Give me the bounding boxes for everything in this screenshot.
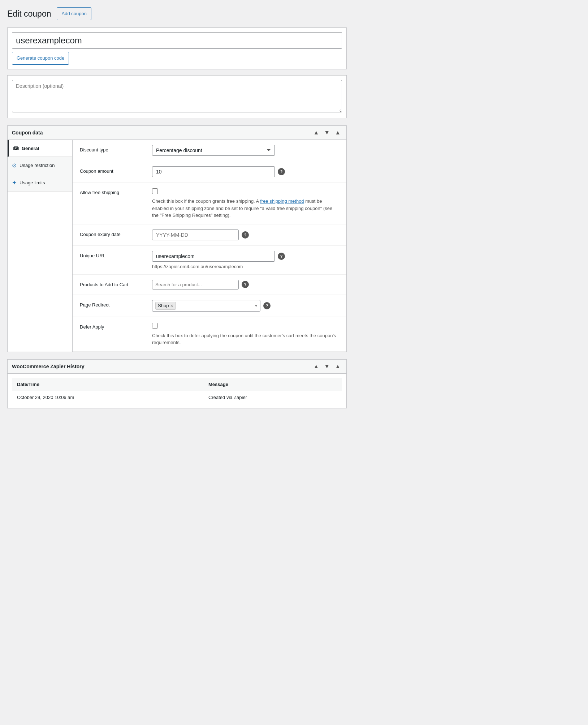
products-to-add-help-icon[interactable]: ?: [242, 281, 249, 288]
tab-general-label: General: [22, 146, 39, 151]
panel-move-down-button[interactable]: ▼: [323, 129, 331, 137]
zapier-history-panel-header: WooCommerce Zapier History ▲ ▼ ▲: [8, 360, 346, 374]
history-col-datetime: Date/Time: [12, 378, 203, 391]
panel-move-up-button[interactable]: ▲: [312, 129, 320, 137]
add-coupon-button[interactable]: Add coupon: [57, 7, 91, 20]
history-table-header-row: Date/Time Message: [12, 378, 342, 391]
allow-free-shipping-input-row: [152, 188, 339, 194]
discount-type-select[interactable]: Percentage discount Fixed cart discount …: [152, 145, 275, 156]
field-row-products-to-add: Products to Add to Cart ?: [73, 275, 346, 295]
history-row-message: Created via Zapier: [203, 391, 342, 404]
field-row-allow-free-shipping: Allow free shipping Check this box if th…: [73, 183, 346, 224]
coupon-amount-help-icon[interactable]: ?: [278, 168, 285, 175]
coupon-code-section: Generate coupon code: [7, 27, 347, 69]
generate-coupon-code-button[interactable]: Generate coupon code: [12, 52, 69, 65]
coupon-amount-input-row: ?: [152, 166, 339, 177]
page-redirect-selected-tag: Shop ×: [155, 302, 176, 310]
unique-url-content: ? https://zapier.om4.com.au/userexamplec…: [152, 251, 339, 269]
panel-collapse-button[interactable]: ▲: [333, 129, 342, 137]
page-redirect-select2[interactable]: Shop × ▾: [152, 300, 260, 312]
description-section: [7, 75, 347, 118]
allow-free-shipping-label: Allow free shipping: [80, 188, 152, 195]
description-textarea[interactable]: [12, 80, 342, 112]
history-col-message: Message: [203, 378, 342, 391]
tab-usage-restriction-label: Usage restriction: [20, 163, 55, 168]
free-shipping-desc-before: Check this box if the coupon grants free…: [152, 198, 260, 204]
zapier-history-table-container: Date/Time Message October 29, 2020 10:06…: [8, 374, 346, 408]
products-to-add-content: ?: [152, 280, 339, 289]
coupon-expiry-date-input-row: ?: [152, 229, 339, 240]
page-redirect-help-icon[interactable]: ?: [263, 302, 271, 309]
coupon-data-body: 🎟 General ⊘ Usage restriction ✦ Usage li…: [8, 140, 346, 352]
history-table-head: Date/Time Message: [12, 378, 342, 391]
history-row-datetime: October 29, 2020 10:06 am: [12, 391, 203, 404]
coupon-data-panel: Coupon data ▲ ▼ ▲ 🎟 General ⊘ Usage rest…: [7, 125, 347, 352]
field-row-discount-type: Discount type Percentage discount Fixed …: [73, 140, 346, 161]
history-table-body: October 29, 2020 10:06 am Created via Za…: [12, 391, 342, 404]
field-row-defer-apply: Defer Apply Check this box to defer appl…: [73, 317, 346, 352]
defer-apply-content: Check this box to defer applying the cou…: [152, 322, 339, 346]
page-header: Edit coupon Add coupon: [7, 7, 347, 20]
defer-apply-description: Check this box to defer applying the cou…: [152, 332, 339, 346]
defer-apply-checkbox[interactable]: [152, 323, 158, 329]
products-search-input[interactable]: [152, 280, 239, 289]
usage-limits-tab-icon: ✦: [12, 179, 17, 186]
page-redirect-content: Shop × ▾ ?: [152, 300, 339, 312]
table-row: October 29, 2020 10:06 am Created via Za…: [12, 391, 342, 404]
page-redirect-input-row: Shop × ▾ ?: [152, 300, 339, 312]
general-tab-icon: 🎟: [13, 145, 19, 151]
page-redirect-remove-tag[interactable]: ×: [170, 303, 173, 309]
unique-url-input-row: ?: [152, 251, 339, 262]
coupon-amount-label: Coupon amount: [80, 166, 152, 174]
coupon-data-panel-title: Coupon data: [12, 130, 43, 136]
unique-url-input[interactable]: [152, 251, 275, 262]
products-to-add-input-row: ?: [152, 280, 339, 289]
panel-controls: ▲ ▼ ▲: [312, 129, 342, 137]
tab-usage-restriction[interactable]: ⊘ Usage restriction: [8, 157, 72, 174]
unique-url-display: https://zapier.om4.com.au/userexamplecom: [152, 264, 339, 269]
coupon-code-input[interactable]: [12, 32, 342, 49]
allow-free-shipping-content: Check this box if the coupon grants free…: [152, 188, 339, 219]
defer-apply-input-row: [152, 322, 339, 329]
tab-usage-limits-label: Usage limits: [20, 180, 45, 185]
coupon-expiry-date-input[interactable]: [152, 229, 239, 240]
unique-url-help-icon[interactable]: ?: [278, 253, 285, 260]
zapier-panel-collapse-button[interactable]: ▲: [333, 362, 342, 370]
field-row-coupon-expiry-date: Coupon expiry date ?: [73, 224, 346, 246]
page-redirect-label: Page Redirect: [80, 300, 152, 308]
zapier-panel-move-down-button[interactable]: ▼: [323, 362, 331, 370]
page-title: Edit coupon: [7, 9, 51, 19]
field-row-coupon-amount: Coupon amount ?: [73, 161, 346, 183]
defer-apply-label: Defer Apply: [80, 322, 152, 330]
page-redirect-tag-label: Shop: [158, 303, 169, 308]
coupon-expiry-date-help-icon[interactable]: ?: [242, 231, 249, 239]
coupon-expiry-date-content: ?: [152, 229, 339, 240]
allow-free-shipping-checkbox[interactable]: [152, 188, 158, 194]
coupon-amount-content: ?: [152, 166, 339, 177]
field-row-page-redirect: Page Redirect Shop × ▾ ?: [73, 295, 346, 317]
discount-type-input-row: Percentage discount Fixed cart discount …: [152, 145, 339, 156]
coupon-data-panel-header: Coupon data ▲ ▼ ▲: [8, 126, 346, 140]
coupon-fields: Discount type Percentage discount Fixed …: [73, 140, 346, 352]
coupon-amount-input[interactable]: [152, 166, 275, 177]
free-shipping-link[interactable]: free shipping method: [260, 198, 304, 204]
allow-free-shipping-description: Check this box if the coupon grants free…: [152, 198, 339, 219]
coupon-expiry-date-label: Coupon expiry date: [80, 229, 152, 237]
discount-type-label: Discount type: [80, 145, 152, 153]
zapier-history-panel: WooCommerce Zapier History ▲ ▼ ▲ Date/Ti…: [7, 359, 347, 408]
field-row-unique-url: Unique URL ? https://zapier.om4.com.au/u…: [73, 246, 346, 275]
products-to-add-label: Products to Add to Cart: [80, 280, 152, 287]
coupon-tabs: 🎟 General ⊘ Usage restriction ✦ Usage li…: [8, 140, 73, 352]
tab-general[interactable]: 🎟 General: [8, 140, 72, 157]
tab-usage-limits[interactable]: ✦ Usage limits: [8, 174, 72, 192]
usage-restriction-tab-icon: ⊘: [12, 162, 17, 169]
page-redirect-dropdown-arrow: ▾: [255, 303, 257, 308]
history-table: Date/Time Message October 29, 2020 10:06…: [12, 378, 342, 404]
unique-url-label: Unique URL: [80, 251, 152, 258]
zapier-history-panel-title: WooCommerce Zapier History: [12, 364, 84, 369]
zapier-history-panel-controls: ▲ ▼ ▲: [312, 362, 342, 370]
zapier-panel-move-up-button[interactable]: ▲: [312, 362, 320, 370]
discount-type-content: Percentage discount Fixed cart discount …: [152, 145, 339, 156]
